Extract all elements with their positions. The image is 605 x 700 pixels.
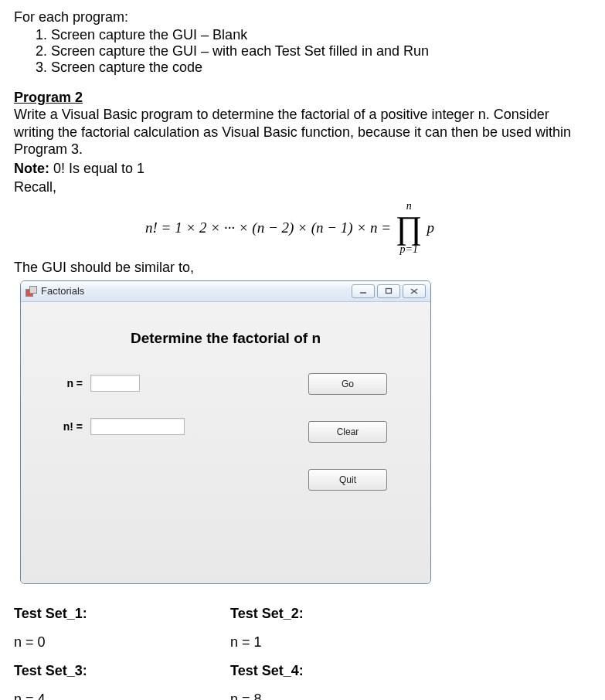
- note-text: 0! Is equal to 1: [49, 161, 144, 176]
- step-1: Screen capture the GUI – Blank: [51, 27, 591, 43]
- gui-lead: The GUI should be similar to,: [14, 260, 591, 276]
- testset-4-value: n = 8: [230, 692, 447, 701]
- note-label: Note:: [14, 161, 49, 176]
- form-heading: Determine the factorial of n: [36, 330, 415, 347]
- testset-1-value: n = 0: [14, 634, 230, 651]
- intro-lead: For each program:: [14, 9, 591, 25]
- form-body: Determine the factorial of n n = n! = Go…: [21, 302, 430, 583]
- testset-3-value: n = 4: [14, 692, 230, 701]
- quit-button[interactable]: Quit: [308, 469, 387, 491]
- window-titlebar: Factorials: [21, 281, 430, 302]
- step-3: Screen capture the code: [51, 59, 591, 76]
- button-column: Go Clear Quit: [308, 373, 387, 491]
- testset-2-value: n = 1: [230, 634, 447, 651]
- intro-steps: Screen capture the GUI – Blank Screen ca…: [14, 27, 591, 76]
- testset-2-title: Test Set_2:: [230, 606, 447, 622]
- program-description: Write a Visual Basic program to determin…: [14, 106, 591, 158]
- testset-3-title: Test Set_3:: [14, 663, 230, 679]
- step-2: Screen capture the GUI – with each Test …: [51, 43, 591, 59]
- go-button[interactable]: Go: [308, 373, 387, 395]
- minimize-icon: [359, 287, 368, 295]
- clear-button[interactable]: Clear: [308, 421, 387, 443]
- testset-grid: Test Set_1: Test Set_2: n = 0 n = 1 Test…: [14, 606, 591, 701]
- label-n-factorial: n! =: [36, 420, 83, 433]
- input-n-factorial[interactable]: [90, 418, 185, 435]
- program-note: Note: 0! Is equal to 1: [14, 160, 591, 178]
- app-icon: [25, 286, 36, 297]
- svg-rect-1: [386, 288, 392, 293]
- minimize-button[interactable]: [352, 284, 375, 298]
- formula: n! = 1 × 2 × ··· × (n − 2) × (n − 1) × n…: [14, 201, 591, 255]
- maximize-button[interactable]: [377, 284, 400, 298]
- close-icon: [410, 287, 419, 295]
- label-n: n =: [36, 377, 83, 389]
- product-lower: p=1: [400, 244, 418, 255]
- program-heading: Program 2: [14, 90, 591, 106]
- program-recall: Recall,: [14, 178, 591, 196]
- input-n[interactable]: [90, 375, 140, 392]
- product-symbol-icon: ∏: [396, 212, 423, 244]
- testset-1-title: Test Set_1:: [14, 606, 230, 622]
- product-term: p: [427, 219, 435, 236]
- formula-lhs: n! = 1 × 2 × ··· × (n − 2) × (n − 1) × n…: [145, 219, 391, 236]
- window-title: Factorials: [41, 285, 352, 297]
- product-notation: n ∏ p=1: [396, 201, 423, 255]
- gui-window: Factorials Determine the factorial of n …: [20, 280, 431, 584]
- testset-4-title: Test Set_4:: [230, 663, 447, 679]
- maximize-icon: [384, 287, 393, 295]
- close-button[interactable]: [403, 284, 426, 298]
- window-controls: [352, 284, 426, 298]
